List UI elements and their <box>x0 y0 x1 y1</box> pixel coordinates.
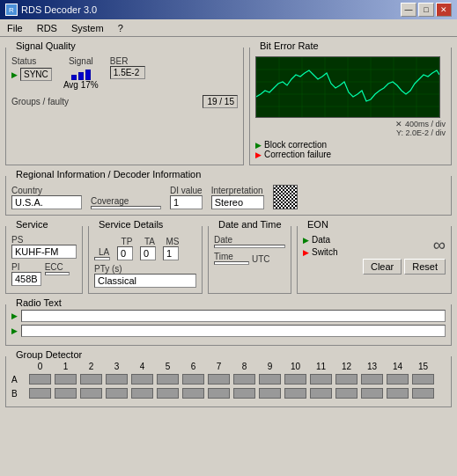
datetime-panel: Date and Time Date Time UTC <box>208 226 291 294</box>
maximize-button[interactable]: □ <box>418 3 434 17</box>
gd-led-gd-row-a-6 <box>182 374 204 384</box>
eon-data-icon: ▶ <box>303 236 309 245</box>
eon-inner: ▶ Data ▶ Switch ∞ Clear Reset <box>303 235 446 275</box>
gd-led-gd-row-b-8 <box>233 388 255 399</box>
gd-led-gd-row-b-7 <box>208 388 230 399</box>
menu-file[interactable]: File <box>4 22 26 34</box>
country-group: Country U.S.A. <box>11 186 82 209</box>
la-label: LA <box>94 247 114 257</box>
signal-bar-3 <box>85 70 91 80</box>
gd-led-gd-row-a-0 <box>29 374 51 384</box>
gd-numbers: 0123456789101112131415 <box>11 362 446 371</box>
ber-legend: ▶ Block correction ▶ Correction failure <box>255 140 446 159</box>
eon-switch-icon: ▶ <box>303 248 309 257</box>
ta-value: 0 <box>140 246 156 260</box>
app-icon: R <box>5 4 18 16</box>
gd-led-gd-row-a-15 <box>412 374 434 384</box>
gd-number-5: 5 <box>155 362 181 371</box>
di-group: DI value 1 <box>170 186 203 209</box>
signal-quality-panel: Signal Quality Status ▶ SYNC Signal <box>5 48 244 165</box>
coverage-label: Coverage <box>91 196 161 206</box>
interp-value: Stereo <box>211 195 264 209</box>
ecc-value <box>45 272 70 275</box>
service-title: Service <box>13 219 51 230</box>
correction-failure-label: Correction failure <box>264 150 331 159</box>
la-group: LA <box>94 247 114 260</box>
time-group: Time <box>214 252 249 265</box>
gd-led-gd-row-a-12 <box>335 374 357 384</box>
ber-panel: Bit Error Rate ✕ 400ms / div Y: 2.0E-2 /… <box>249 48 452 165</box>
menu-system[interactable]: System <box>68 22 107 34</box>
gd-number-6: 6 <box>181 362 206 371</box>
y-div-label: Y: 2.0E-2 / div <box>396 128 446 137</box>
rt-a-row: ▶ <box>11 310 446 322</box>
gd-led-gd-row-a-9 <box>259 374 281 384</box>
radiotext-title: Radio Text <box>13 297 64 308</box>
clear-button[interactable]: Clear <box>363 259 402 275</box>
date-value <box>214 245 285 248</box>
eon-data-label: Data <box>312 235 330 245</box>
gd-led-gd-row-a-14 <box>387 374 409 384</box>
rt-a-field <box>21 310 446 322</box>
gd-number-14: 14 <box>385 362 410 371</box>
checkerboard-icon[interactable] <box>273 185 298 209</box>
datetime-title: Date and Time <box>216 219 284 230</box>
country-value: U.S.A. <box>11 195 82 209</box>
gd-led-gd-row-b-6 <box>182 388 204 399</box>
gd-number-13: 13 <box>359 362 385 371</box>
service-details-panel: Service Details LA TP 0 TA 0 MS 1 <box>88 226 203 294</box>
status-play-icon: ▶ <box>11 70 18 79</box>
rt-b-field <box>21 325 446 337</box>
gd-led-gd-row-b-5 <box>157 388 179 399</box>
menu-help[interactable]: ? <box>114 22 127 34</box>
tp-value: 0 <box>117 246 133 260</box>
eon-button-row: Clear Reset <box>363 259 446 275</box>
date-group: Date <box>214 235 285 248</box>
gd-led-gd-row-a-7 <box>208 374 230 384</box>
ber-title: Bit Error Rate <box>257 40 321 51</box>
gd-number-3: 3 <box>104 362 129 371</box>
signal-label: Signal <box>69 56 93 66</box>
time-label: Time <box>214 252 249 261</box>
status-value: SYNC <box>20 68 52 81</box>
date-label: Date <box>214 235 285 245</box>
interp-group: Interpretation Stereo <box>211 186 264 209</box>
menu-bar: File RDS System ? <box>0 19 457 37</box>
radiotext-panel: Radio Text ▶ ▶ <box>5 304 452 346</box>
gd-led-gd-row-b-4 <box>131 388 153 399</box>
x-div-label: ✕ 400ms / div <box>395 120 446 128</box>
regional-title: Regional Information / Decoder Informati… <box>13 169 203 179</box>
window-controls: — □ ✕ <box>401 3 452 17</box>
infinity-icon[interactable]: ∞ <box>433 235 446 255</box>
status-label: Status <box>11 56 36 66</box>
ms-label: MS <box>163 237 182 246</box>
gd-led-gd-row-b-15 <box>412 388 434 399</box>
title-bar: R RDS Decoder 3.0 — □ ✕ <box>0 0 457 19</box>
reset-button[interactable]: Reset <box>404 259 446 275</box>
ta-label: TA <box>140 237 159 246</box>
gd-led-gd-row-a-4 <box>131 374 153 384</box>
ta-group: TA 0 <box>140 237 159 260</box>
gd-led-gd-row-b-3 <box>106 388 128 399</box>
gd-number-15: 15 <box>410 362 436 371</box>
gd-number-10: 10 <box>283 362 308 371</box>
group-detector-panel: Group Detector 0123456789101112131415 A … <box>5 356 452 407</box>
close-button[interactable]: ✕ <box>436 3 452 17</box>
status-row: ▶ SYNC <box>11 68 52 81</box>
menu-rds[interactable]: RDS <box>33 22 61 34</box>
eon-title: EON <box>305 219 331 230</box>
pty-group: PTy (s) Classical <box>94 264 196 288</box>
gd-led-gd-row-b-9 <box>259 388 281 399</box>
gd-row-b: B <box>11 387 446 399</box>
gd-number-0: 0 <box>27 362 53 371</box>
groups-value: 19 / 15 <box>203 95 238 108</box>
la-value <box>94 257 110 260</box>
minimize-button[interactable]: — <box>401 3 416 17</box>
service-details-title: Service Details <box>96 219 166 230</box>
block-correction-label: Block correction <box>264 140 327 150</box>
ber-chart <box>255 56 440 118</box>
gd-led-gd-row-a-2 <box>80 374 102 384</box>
rt-b-play-icon: ▶ <box>11 326 18 335</box>
avg-label: Avg 17% <box>63 80 99 90</box>
gd-led-gd-row-b-10 <box>284 388 306 399</box>
